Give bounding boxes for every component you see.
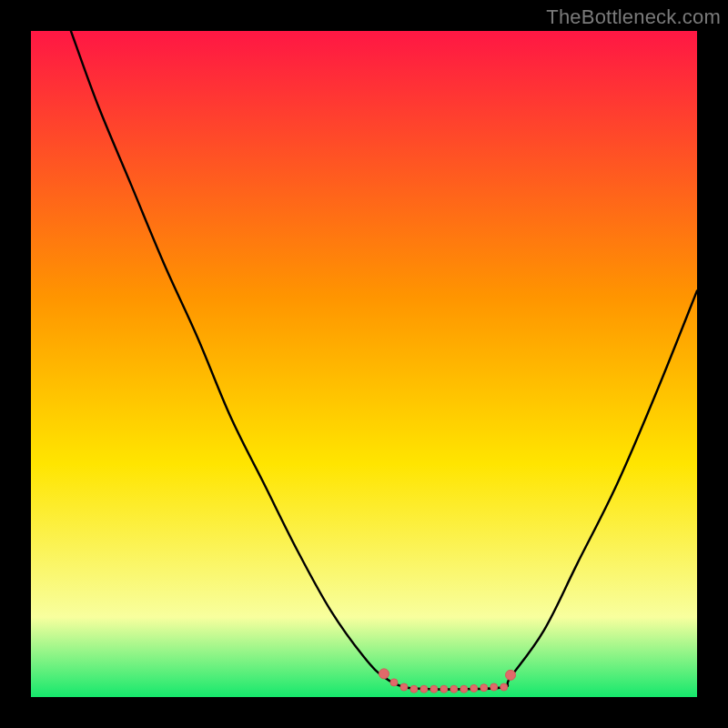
marker-dot: [460, 685, 468, 693]
bottleneck-chart: [31, 31, 697, 697]
marker-dot: [480, 684, 488, 692]
watermark-text: TheBottleneck.com: [546, 5, 721, 29]
marker-dot: [470, 684, 478, 692]
marker-dot: [440, 685, 448, 693]
gradient-background: [31, 31, 697, 697]
marker-dot: [450, 685, 458, 693]
marker-dot: [500, 683, 508, 691]
marker-dot: [420, 685, 428, 693]
plot-area: [31, 31, 697, 697]
marker-dot: [390, 679, 398, 686]
marker-dot: [490, 683, 498, 691]
marker-dot: [410, 685, 418, 693]
marker-dot: [400, 683, 408, 691]
marker-dot: [379, 669, 389, 679]
chart-frame: TheBottleneck.com: [0, 0, 728, 728]
marker-dot: [506, 670, 516, 680]
marker-dot: [430, 685, 438, 693]
